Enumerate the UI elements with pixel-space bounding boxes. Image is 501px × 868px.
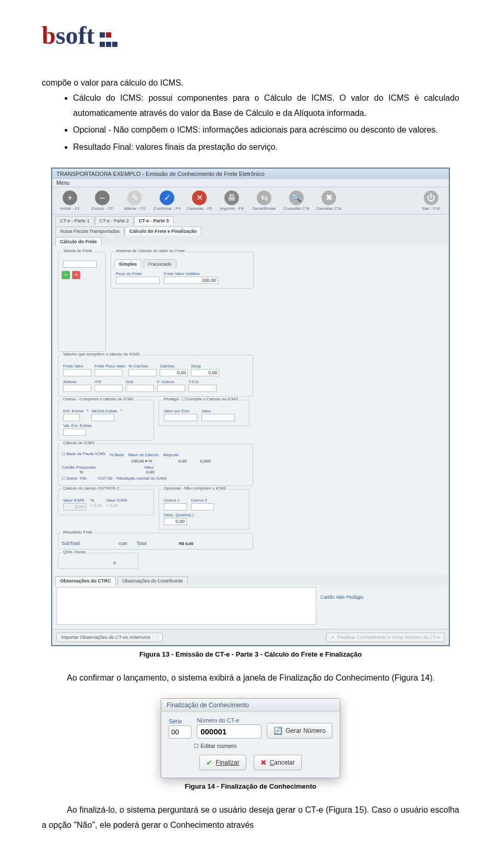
group-qtde-horas: Qtde. Horas 0	[58, 553, 138, 569]
toolbar-btn-6[interactable]: ⇆Gerar/Enviar	[249, 191, 279, 211]
toolbar-btn-7[interactable]: 🔍Consultar CTe	[282, 191, 311, 211]
toolbar: +Incluir - F1–Excluir - F2✎Alterar - F3✓…	[52, 187, 449, 215]
cancelar-button[interactable]: ✖ Cancelar	[254, 755, 302, 770]
tab[interactable]: CT-e - Parte 2	[95, 216, 134, 225]
serie-label: Série	[169, 718, 192, 724]
bullet-list: Cálculo do ICMS: possui componentes para…	[42, 91, 459, 155]
group-opcional: Opcional - Não compõem o ICMS Outros 1 O…	[159, 489, 249, 530]
paragraph-after-fig13: Ao confirmar o lançamento, o sistema exi…	[42, 671, 459, 686]
btn-importar-obs[interactable]: Importar Observações de CT-es Anteriores…	[56, 633, 163, 642]
group-sistema-calculo: Sistema de Cálculo do Valor do Frete Sim…	[111, 252, 254, 289]
tab-fracionado[interactable]: Fracionado	[144, 259, 176, 268]
group-outros2: Cálculo do campo OUTROS 2 Valor ICMS0,00…	[58, 489, 154, 515]
finalizar-button[interactable]: ✔ Finalizar	[199, 755, 246, 770]
tab[interactable]: Cálculo do Frete	[55, 237, 102, 246]
gerar-numero-button[interactable]: 🔄 Gerar Número	[267, 723, 332, 739]
bullet-item: Resultado Final: valores finais da prest…	[73, 140, 459, 155]
group-resultado: Resultado Final SubTotal 0,00 Total R$ 0…	[58, 533, 253, 550]
tab-obs-contrib[interactable]: Observações do Contribuinte	[117, 576, 188, 585]
figure-13-caption: Figura 13 - Emissão de CT-e - Parte 3 - …	[42, 650, 459, 658]
tab-obs-ctrc[interactable]: Observações do CTRC	[55, 576, 116, 585]
tabs-level-1: CT-e - Parte 1CT-e - Parte 2CT-e - Parte…	[52, 215, 449, 225]
tab-simples[interactable]: Simples	[114, 259, 142, 268]
dialog-title: Finalização de Conhecimento	[161, 699, 340, 712]
menubar[interactable]: Menu	[52, 179, 449, 187]
obs-textarea[interactable]	[56, 587, 316, 625]
cancel-icon: ✖	[260, 758, 267, 767]
obs-tabs: Observações do CTRC Observações do Contr…	[52, 575, 449, 585]
tab[interactable]: CT-e - Parte 1	[55, 216, 94, 225]
paragraph-last: Ao finalizá-lo, o sistema perguntará se …	[42, 803, 459, 833]
toolbar-btn-1[interactable]: –Excluir - F2	[88, 191, 117, 211]
tab[interactable]: Notas Fiscais Transportadas	[55, 227, 124, 235]
window-title: TRANSPORTADORA EXEMPLO - Emissão de Conh…	[52, 169, 449, 179]
check-icon: ✔	[206, 758, 212, 767]
refresh-icon: 🔄	[273, 727, 282, 735]
add-icon[interactable]: +	[62, 271, 70, 279]
cartao-input[interactable]	[319, 601, 434, 608]
toolbar-btn-2[interactable]: ✎Alterar - F3	[120, 191, 149, 211]
bullet-item: Opcional - Não compõem o ICMS: informaçõ…	[73, 123, 459, 138]
cartao-label: Cartão Vale Pedágio	[320, 594, 445, 600]
import-icon: 📄	[152, 635, 158, 640]
toolbar-btn-0[interactable]: +Incluir - F1	[55, 191, 85, 211]
tabela-frete-search[interactable]	[63, 260, 97, 268]
group-valores-icms: Valores que compõem o cálculo do ICMS Fr…	[58, 355, 253, 397]
bullet-item: Cálculo do ICMS: possui componentes para…	[73, 91, 459, 121]
serie-input[interactable]: 00	[169, 726, 192, 739]
toolbar-btn-8[interactable]: ✖Cancelar CTe	[314, 191, 343, 211]
toolbar-btn-5[interactable]: 🖶Imprimir - F9	[217, 191, 246, 211]
screenshot-figura-14: Finalização de Conhecimento Série 00 Núm…	[161, 698, 340, 778]
btn-finalizar-cte[interactable]: ✔ Finalizar Conhecimento e Gerar Número …	[326, 633, 445, 642]
logo: bsoft	[42, 21, 459, 50]
toolbar-btn-9[interactable]: ⏻Sair - F10	[416, 191, 446, 211]
group-calculo-icms: Cálculo do ICMS ☐ Base de Pauta ICMS % B…	[58, 444, 253, 486]
group-pedagio: Pedágio ☐ Compõe o Cálculo do ICMS Valor…	[159, 400, 249, 426]
editar-numero-checkbox[interactable]: ☐ Editar número	[194, 743, 332, 750]
tabs-level-3: Cálculo do Frete	[52, 235, 449, 246]
peso-frete-input[interactable]	[116, 277, 160, 284]
numero-input[interactable]: 000001	[197, 724, 261, 739]
remove-icon[interactable]: ×	[72, 271, 80, 279]
logo-blocks-icon	[99, 31, 118, 50]
group-outros: Outros - Compõem o cálculo de ICMS Ent. …	[58, 400, 154, 441]
toolbar-btn-3[interactable]: ✓Confirmar - F4	[152, 191, 182, 211]
toolbar-btn-4[interactable]: ✕Cancelar - F5	[185, 191, 214, 211]
screenshot-figura-13: TRANSPORTADORA EXEMPLO - Emissão de Conh…	[51, 168, 450, 646]
tab[interactable]: Cálculo do Frete e Finalização	[125, 227, 201, 235]
tabs-level-2: Notas Fiscais TransportadasCálculo do Fr…	[52, 225, 449, 235]
check-icon: ✔	[331, 635, 335, 640]
numero-label: Número do CT-e	[197, 717, 261, 723]
figure-14-caption: Figura 14 - Finalização de Conhecimento	[42, 782, 459, 790]
intro-continuation: compõe o valor para cálculo do ICMS.	[42, 76, 459, 91]
group-tabela-frete: Tabela de Frete + ×	[58, 252, 106, 352]
frete-unitario-input[interactable]: 100,00	[164, 277, 218, 284]
tab[interactable]: CT-e - Parte 3	[134, 216, 174, 225]
